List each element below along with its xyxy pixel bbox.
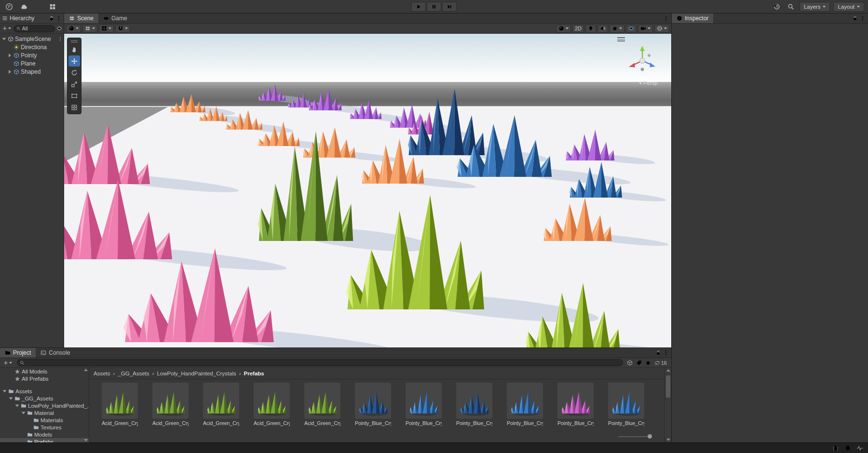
undo-history-button[interactable]: [772, 1, 782, 12]
snap-settings-dropdown[interactable]: [99, 25, 114, 33]
project-create-button[interactable]: [2, 360, 13, 366]
tab-scene[interactable]: Scene: [64, 13, 98, 23]
project-tree-item-all-prefabs[interactable]: All Prefabs: [0, 375, 89, 382]
search-by-type-icon[interactable]: [627, 360, 633, 366]
hand-tool-button[interactable]: [68, 44, 80, 55]
hidden-count-toggle[interactable]: 16: [654, 360, 667, 366]
breadcrumb-assets[interactable]: Assets: [94, 371, 110, 376]
asset-thumbnail-7[interactable]: Pointy_Blue_Crys...: [406, 383, 442, 426]
tree-scroll-up[interactable]: [84, 369, 88, 371]
asset-thumbnail-9[interactable]: Pointy_Blue_Crys...: [507, 383, 543, 426]
camera-settings-dropdown[interactable]: [638, 25, 653, 33]
orientation-gizmo[interactable]: [624, 42, 661, 79]
audio-toggle-button[interactable]: [597, 25, 608, 33]
project-tree-item-material[interactable]: Material: [0, 409, 89, 416]
save-search-star-icon[interactable]: [645, 360, 651, 366]
hierarchy-filter-icon[interactable]: [56, 26, 62, 31]
hierarchy-item-pointy[interactable]: Pointy: [0, 51, 64, 59]
tree-scroll-down[interactable]: [84, 439, 88, 441]
palette-grip[interactable]: [68, 39, 80, 43]
hierarchy-item-samplescene[interactable]: SampleScene: [0, 35, 64, 43]
perspective-toggle[interactable]: Persp: [639, 80, 658, 86]
services-grid-button[interactable]: [47, 1, 58, 12]
thumbnail-zoom-slider[interactable]: [618, 434, 652, 440]
expander-icon[interactable]: [9, 53, 11, 57]
rotate-tool-button[interactable]: [68, 67, 80, 78]
rectt-tool-button[interactable]: [68, 90, 80, 101]
asset-grid-scrollbar[interactable]: [665, 368, 671, 442]
scroll-down-arrow[interactable]: [666, 439, 670, 441]
project-tree-item--gg-assets[interactable]: _GG_Assets: [0, 395, 89, 402]
debugger-bug-icon[interactable]: [832, 445, 839, 452]
tab-project[interactable]: Project: [0, 348, 36, 358]
snap-increment-dropdown[interactable]: [115, 25, 130, 33]
asset-thumbnail-1[interactable]: Acid_Green_Crys...: [102, 383, 138, 426]
kebab-menu-icon[interactable]: [663, 15, 669, 21]
tab-inspector[interactable]: Inspector: [672, 13, 713, 23]
project-tree-item-materials[interactable]: Materials: [0, 416, 89, 424]
project-tree-item-lowpoly-handpainted-[interactable]: LowPoly_HandPainted_...: [0, 402, 89, 409]
asset-thumbnail-4[interactable]: Acid_Green_Crys...: [254, 383, 290, 426]
project-tree-item-textures[interactable]: Textures: [0, 424, 89, 431]
multi-tool-button[interactable]: [68, 102, 80, 113]
asset-thumbnail-8[interactable]: Pointy_Blue_Crys...: [456, 383, 492, 426]
expander-icon[interactable]: [2, 390, 6, 392]
play-button[interactable]: [411, 2, 426, 12]
project-search-input[interactable]: [26, 360, 620, 366]
scene-visibility-button[interactable]: [626, 25, 637, 33]
asset-thumbnail-6[interactable]: Pointy_Blue_Crys...: [355, 383, 391, 426]
notification-bell-icon[interactable]: [844, 445, 851, 452]
lock-icon[interactable]: [656, 350, 661, 355]
pause-button[interactable]: [427, 2, 441, 12]
hierarchy-search-box[interactable]: [14, 25, 55, 32]
asset-thumbnail-2[interactable]: Acid_Green_Crys...: [152, 383, 189, 426]
global-search-button[interactable]: [786, 1, 796, 12]
project-tree-item-prefabs[interactable]: Prefabs: [0, 438, 89, 442]
expander-icon[interactable]: [2, 38, 6, 40]
step-button[interactable]: [442, 2, 457, 12]
tool-settings-dropdown[interactable]: [66, 25, 81, 33]
kebab-menu-icon[interactable]: [663, 350, 669, 356]
project-search-box[interactable]: [17, 359, 623, 366]
hierarchy-item-plane[interactable]: Plane: [0, 59, 64, 67]
slider-knob[interactable]: [648, 434, 652, 439]
breadcrumb-lowpoly[interactable]: LowPoly_HandPainted_Crystals: [157, 371, 236, 376]
draw-mode-dropdown[interactable]: [556, 25, 571, 33]
breadcrumb-prefabs[interactable]: Prefabs: [244, 371, 264, 376]
asset-thumbnail-11[interactable]: Pointy_Blue_Crys...: [608, 383, 644, 426]
expander-icon[interactable]: [9, 70, 11, 74]
lighting-toggle-button[interactable]: [585, 25, 596, 33]
asset-thumbnail-5[interactable]: Acid_Green_Crys...: [304, 383, 340, 426]
version-control-button[interactable]: [4, 1, 14, 12]
move-tool-button[interactable]: [68, 55, 80, 67]
project-tree-item-assets[interactable]: Assets: [0, 387, 89, 395]
tab-console[interactable]: Console: [36, 348, 75, 358]
scene-3d-canvas[interactable]: [64, 34, 671, 347]
layers-dropdown[interactable]: Layers: [800, 2, 830, 12]
hierarchy-create-button[interactable]: [1, 26, 12, 31]
project-tree-item-models[interactable]: Models: [0, 431, 89, 438]
breadcrumb-gg-assets[interactable]: _GG_Assets: [118, 371, 149, 376]
scroll-up-arrow[interactable]: [666, 369, 670, 372]
scene-viewport[interactable]: Persp: [64, 34, 671, 347]
project-tree-item-all-models[interactable]: All Models: [0, 368, 89, 375]
expander-icon[interactable]: [9, 397, 13, 400]
overlay-menu-icon[interactable]: [617, 37, 625, 41]
scrollbar-thumb[interactable]: [666, 375, 670, 398]
search-by-label-icon[interactable]: [636, 360, 642, 366]
effects-dropdown[interactable]: [610, 25, 624, 33]
lock-icon[interactable]: [853, 16, 857, 21]
kebab-menu-icon[interactable]: [56, 15, 62, 21]
cloud-services-button[interactable]: [18, 1, 29, 12]
hierarchy-search-input[interactable]: [22, 26, 52, 31]
2d-toggle-button[interactable]: 2D: [572, 25, 584, 33]
lock-icon[interactable]: [49, 16, 54, 21]
scale-tool-button[interactable]: [68, 79, 80, 90]
hierarchy-item-shaped[interactable]: Shaped: [0, 67, 64, 76]
activity-pulse-icon[interactable]: [856, 445, 863, 452]
layout-dropdown[interactable]: Layout: [833, 2, 864, 12]
expander-icon[interactable]: [21, 412, 25, 414]
kebab-menu-icon[interactable]: [860, 15, 866, 21]
grid-visual-dropdown[interactable]: [82, 25, 97, 33]
tab-game[interactable]: Game: [98, 13, 132, 23]
